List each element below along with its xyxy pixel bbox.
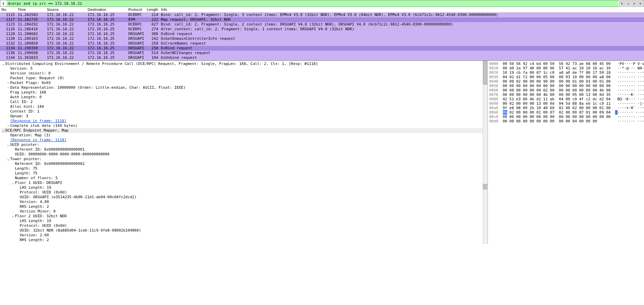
tree-item[interactable]: ·Version: 4.00 (1, 200, 487, 204)
column-no[interactable]: No. (0, 7, 16, 13)
tree-item[interactable]: ›Packet Flags: 0x03 (1, 81, 487, 85)
table-row[interactable]: 113211.289858172.16.16.22172.16.16.25DRS… (0, 41, 644, 46)
column-destination[interactable]: Destination (86, 7, 127, 13)
table-row[interactable]: 112611.286416172.16.16.22172.16.16.25DCE… (0, 27, 644, 32)
hex-row[interactable]: 00c0 00 00 00 00 00 00 00 00 00 00 00 00… (489, 115, 643, 119)
tree-item[interactable]: ·Packet type: Request (0) (1, 76, 487, 81)
tree-item[interactable]: ·Frag Length: 168 (1, 90, 487, 95)
caret-open-icon[interactable]: ⌄ (1, 62, 5, 66)
tree-item[interactable]: ·UUID: 00000000-0000-0000-0000-000000000… (1, 152, 487, 157)
tree-item[interactable]: ·Referent ID: 0x0000000000000001 (1, 147, 487, 152)
tree-item[interactable]: ·[Response in frame: 1118] (1, 138, 487, 142)
bookmark-icon[interactable]: ▮ (0, 0, 6, 6)
clear-filter-button[interactable]: × (619, 1, 625, 6)
caret-open-icon[interactable]: ⌄ (11, 214, 15, 219)
display-filter-input[interactable] (6, 0, 619, 6)
tree-item[interactable]: ·Call ID: 2 (1, 100, 487, 104)
add-filter-button[interactable]: + (638, 1, 643, 6)
tree-item[interactable]: ·Version Minor: 0 (1, 209, 487, 214)
table-row[interactable]: 113011.289163172.16.16.22172.16.16.25DRS… (0, 36, 644, 41)
caret-open-icon[interactable]: ⌄ (1, 128, 5, 133)
hex-row[interactable]: 0010 00 d0 2a 97 40 00 80 06 57 41 ac 10… (489, 66, 643, 70)
tree-item[interactable]: ·Number of floors: 5 (1, 176, 487, 181)
table-row[interactable]: 112811.288682172.16.16.22172.16.16.25DRS… (0, 32, 644, 36)
table-row[interactable]: 113611.290698172.16.16.22172.16.16.25DRS… (0, 51, 644, 55)
tree-item[interactable]: ·Context ID: 1 (1, 109, 487, 114)
tree-item[interactable]: ·RHS Length: 2 (1, 204, 487, 209)
response-frame-link[interactable]: [Response in frame: 1118] (10, 119, 67, 123)
column-length[interactable]: Length (145, 7, 160, 13)
response-frame-link[interactable]: [Response in frame: 1118] (10, 138, 67, 142)
tree-item[interactable]: ·LHS Length: 19 (1, 185, 487, 190)
table-row[interactable]: 112311.284292172.16.16.22172.16.16.25DCE… (0, 22, 644, 27)
tree-item[interactable]: ·Protocol: UUID (0x0d) (1, 190, 487, 195)
hex-row[interactable]: 0020 10 19 cb fa 00 87 1c c0 a8 a0 de 7f… (489, 70, 643, 75)
details-scrollbar[interactable] (483, 61, 487, 244)
hex-row[interactable]: 0090 00 02 00 00 00 13 00 0d 04 5d 88 8a… (489, 101, 643, 106)
table-row[interactable]: 113411.290330172.16.16.22172.16.16.25DRS… (0, 46, 644, 51)
hex-row[interactable]: 0030 04 02 d1 f2 00 00 05 00 00 03 10 00… (489, 75, 643, 79)
cell-no: 1130 (0, 36, 16, 41)
hex-row[interactable]: 0040 00 00 02 00 00 00 90 00 00 00 01 00… (489, 79, 643, 84)
caret-open-icon[interactable]: ⌄ (6, 157, 10, 162)
tree-item[interactable]: ·Referent ID: 0x0000000000000002 (1, 162, 487, 166)
tree-item[interactable]: ·Length: 75 (1, 166, 487, 171)
tree-label: UUID: 00000000-0000-0000-0000-0000000000… (15, 152, 109, 156)
hex-row[interactable]: 0000 00 50 56 92 c4 bd 00 50 56 92 73 ae… (489, 62, 643, 66)
hex-row[interactable]: 00a0 9f e8 08 00 2b 10 48 60 02 00 02 00… (489, 106, 643, 110)
packet-list-table[interactable]: No. Time Source Destination Protocol Len… (0, 7, 644, 60)
hex-row[interactable]: 00b0 0b 02 00 00 00 01 00 07 02 00 00 87… (489, 110, 643, 115)
details-scroll-thumb-2[interactable] (483, 184, 487, 189)
caret-closed-icon[interactable]: › (6, 85, 10, 90)
caret-open-icon[interactable]: ⌄ (6, 142, 10, 147)
column-info[interactable]: Info (160, 7, 644, 13)
hex-row[interactable]: 0080 42 51 e3 06 4b d1 11 ab 04 00 c0 4f… (489, 97, 643, 101)
caret-open-icon[interactable]: ⌄ (11, 181, 15, 185)
column-source[interactable]: Source (45, 7, 86, 13)
tree-item[interactable]: ·Version (minor): 0 (1, 71, 487, 76)
table-row[interactable]: 111511.282583172.16.16.22172.16.16.25DCE… (0, 13, 644, 18)
tree-item[interactable]: ·Version: 5 (1, 66, 487, 71)
tree-item[interactable]: ⌄Floor 2 UUID: 32bit NDR (1, 214, 487, 219)
cell-info: DsUnbind request (160, 55, 644, 60)
hex-row[interactable]: 0070 00 00 00 00 00 00 4b 00 00 00 05 00… (489, 92, 643, 97)
tree-item[interactable]: ·LHS Length: 19 (1, 219, 487, 223)
tree-item[interactable]: ·UUID: 32bit NDR (8a885d04-1ceb-11c9-9fe… (1, 228, 487, 233)
tree-item[interactable]: ·Opnum: 3 (1, 114, 487, 119)
tree-item[interactable]: ·Operation: Map (3) (1, 133, 487, 138)
tree-label: Floor 1 UUID: DRSUAPI (15, 181, 62, 185)
tree-item[interactable]: ·Length: 75 (1, 171, 487, 176)
tree-item[interactable]: ›Complete stub data (144 bytes) (1, 123, 487, 128)
caret-closed-icon[interactable]: › (6, 81, 10, 85)
column-protocol[interactable]: Protocol (127, 7, 145, 13)
tree-item[interactable]: ⌄Floor 1 UUID: DRSUAPI (1, 181, 487, 185)
tree-item[interactable]: ⌄Tower pointer: (1, 157, 487, 162)
packet-details-pane[interactable]: ⌄Distributed Computing Environment / Rem… (0, 61, 488, 244)
cell-proto: DRSUAPI (127, 36, 145, 41)
packet-bytes-pane[interactable]: 0000 00 50 56 92 c4 bd 00 50 56 92 73 ae… (488, 61, 644, 244)
tree-item[interactable]: ·RHS Length: 2 (1, 238, 487, 242)
table-row[interactable]: 111711.282735172.16.16.22172.16.16.25EPM… (0, 17, 644, 22)
hex-row[interactable]: 0050 00 00 00 00 00 00 00 00 00 00 00 00… (489, 84, 643, 88)
table-row[interactable]: 114411.363833172.16.16.22172.16.16.25DRS… (0, 55, 644, 60)
cell-dst: 172.16.16.25 (86, 27, 127, 32)
tree-label: UUID: 32bit NDR (8a885d04-1ceb-11c9-9fe8… (20, 228, 141, 233)
tree-item[interactable]: ·Protocol: UUID (0x0d) (1, 223, 487, 228)
tree-item[interactable]: ·UUID: DRSUAPI (e3514235-4b06-11d1-ab04-… (1, 195, 487, 200)
details-scroll-thumb[interactable] (483, 61, 487, 85)
column-time[interactable]: Time (16, 7, 45, 13)
caret-closed-icon[interactable]: › (6, 123, 10, 128)
tree-item[interactable]: ›Data Representation: 10000000 (Order: L… (1, 85, 487, 90)
cell-info: Bind: call_id: 2, Fragment: Single, 2 co… (160, 22, 644, 27)
epm-header[interactable]: ⌄DCE/RPC Endpoint Mapper, Map (1, 128, 487, 133)
dcerpc-header[interactable]: ⌄Distributed Computing Environment / Rem… (1, 62, 487, 66)
hex-row[interactable]: 0060 00 00 00 00 00 00 02 00 00 00 00 00… (489, 88, 643, 92)
tree-item[interactable]: ·Version: 2.00 (1, 233, 487, 238)
tree-item[interactable]: ·[Response in frame: 1118] (1, 119, 487, 123)
hex-row[interactable]: 00d0 00 00 00 00 00 00 00 00 00 00 04 00… (489, 119, 643, 123)
filter-dropdown-button[interactable]: ▾ (631, 1, 637, 6)
tree-item[interactable]: ·Auth Length: 0 (1, 95, 487, 100)
tree-item[interactable]: ⌄UUID pointer: (1, 142, 487, 147)
apply-filter-button[interactable]: → (625, 1, 631, 6)
tree-item[interactable]: ·Alloc hint: 144 (1, 104, 487, 109)
